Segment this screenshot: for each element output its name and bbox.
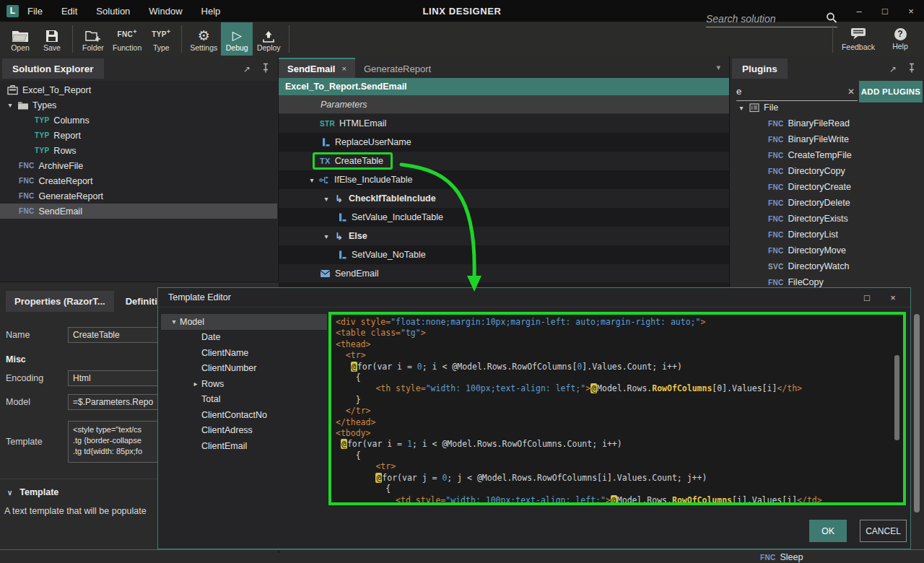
solution-item[interactable]: TYPReport <box>0 128 277 143</box>
expander-right-icon[interactable]: ▸ <box>190 380 201 388</box>
plugin-item[interactable]: SVCDirectoryWatch <box>730 258 923 274</box>
function-node[interactable]: ▾IfElse_IncludeTable <box>279 170 729 189</box>
expander-down-icon[interactable]: ▾ <box>168 318 180 326</box>
tab-properties[interactable]: Properties (RazorT... <box>6 291 114 312</box>
function-button[interactable]: FNC+Function <box>109 22 145 56</box>
pin-panel-icon[interactable] <box>262 63 269 75</box>
help-icon: ? <box>894 28 907 40</box>
item-label: Excel_To_Report <box>22 85 91 95</box>
menu-window[interactable]: Window <box>149 6 182 17</box>
type-button[interactable]: TYP+Type <box>145 22 177 56</box>
model-tree-item[interactable]: ▾Model <box>161 314 327 330</box>
plugin-item[interactable]: FNCCreateTempFile <box>730 147 923 163</box>
function-node[interactable]: SetValue_NoTable <box>279 245 729 264</box>
code-line: <tr> <box>336 350 903 361</box>
tab-sendemail[interactable]: SendEmail× <box>279 58 355 78</box>
model-tree-item[interactable]: ClientAdress <box>161 423 327 439</box>
function-node[interactable]: ▾↳CheckIfTableInclude <box>279 189 729 208</box>
model-tree-item[interactable]: Total <box>161 392 327 408</box>
menu-edit[interactable]: Edit <box>61 6 77 17</box>
plugin-item[interactable]: ▾File <box>730 100 923 115</box>
plugin-item[interactable]: FNCBinaryFileRead <box>730 115 923 131</box>
menu-file[interactable]: File <box>27 6 43 17</box>
solution-item[interactable]: FNCCreateReport <box>0 173 277 188</box>
deploy-button[interactable]: Deploy <box>253 22 284 56</box>
elbow-icon: ↳ <box>332 231 346 242</box>
plugin-item[interactable]: FNCDirectoryExists <box>730 211 923 227</box>
plugins-search-input[interactable]: e ✕ <box>736 82 858 101</box>
ok-button[interactable]: OK <box>809 520 847 542</box>
plugins-title[interactable]: Plugins <box>732 58 788 79</box>
model-tree-item[interactable]: ClientName <box>161 345 327 361</box>
cancel-button[interactable]: CANCEL <box>860 520 907 542</box>
menu-solution[interactable]: Solution <box>96 6 130 17</box>
debug-button[interactable]: ▷Debug <box>221 22 253 56</box>
settings-button[interactable]: ⚙Settings <box>186 22 221 56</box>
toolbar-button-label: Save <box>43 43 61 52</box>
expander-down-icon[interactable]: ▾ <box>306 176 318 184</box>
parameters-header[interactable]: Parameters <box>279 95 729 114</box>
tab-generatereport[interactable]: GenerateReport <box>355 58 440 78</box>
clear-search-icon[interactable]: ✕ <box>847 87 858 97</box>
plugin-item-sleep[interactable]: FNC Sleep <box>760 551 803 563</box>
save-icon <box>45 27 58 43</box>
model-tree-item[interactable]: ClientEmail <box>161 438 327 454</box>
code-line: <div style="float:none;margin:10px;margi… <box>336 317 903 328</box>
expander-down-icon[interactable]: ▾ <box>736 104 747 112</box>
function-node[interactable]: ▾↳Else <box>279 227 729 245</box>
function-node[interactable]: ReplaceUserName <box>279 133 729 152</box>
solution-item[interactable]: TYPRows <box>0 143 277 158</box>
item-label: Report <box>53 131 81 141</box>
function-node[interactable]: TXCreateTable <box>279 152 729 170</box>
plugins-scrollbar[interactable] <box>914 314 920 512</box>
model-tree-item[interactable]: ▸Rows <box>161 376 327 392</box>
setvalue-icon <box>335 213 349 222</box>
solution-item[interactable]: TYPColumns <box>0 113 277 128</box>
toolbar-button-label: Folder <box>82 43 104 52</box>
item-label: File <box>764 102 778 113</box>
expander-down-icon[interactable]: ▾ <box>321 195 332 203</box>
solution-item[interactable]: FNCSendEmail <box>0 204 277 219</box>
solution-item[interactable]: ▾Types <box>0 97 277 113</box>
function-node[interactable]: SendEmail <box>279 264 729 283</box>
editor-tabbar: SendEmail×GenerateReport▾ <box>279 56 729 78</box>
template-expander[interactable]: ∨ Template <box>7 487 58 497</box>
menu-help[interactable]: Help <box>201 6 221 17</box>
solution-item[interactable]: FNCArchiveFile <box>0 158 277 173</box>
plugin-item[interactable]: FNCDirectoryList <box>730 227 923 243</box>
search-solution-input[interactable]: Search solution <box>706 10 837 27</box>
plugin-item[interactable]: FNCBinaryFileWrite <box>730 131 923 147</box>
tab-list-chevron-icon[interactable]: ▾ <box>716 63 720 72</box>
model-tree-item[interactable]: ClientNumber <box>161 361 327 377</box>
save-button[interactable]: Save <box>36 22 68 56</box>
plugin-item[interactable]: FNCDirectoryCreate <box>730 179 923 195</box>
function-node[interactable]: STRHTMLEmail <box>279 114 729 133</box>
close-window-icon[interactable]: × <box>898 0 924 22</box>
close-tab-icon[interactable]: × <box>341 64 346 73</box>
plugin-item[interactable]: FNCDirectoryMove <box>730 243 923 258</box>
maximize-dialog-icon[interactable]: □ <box>857 292 877 303</box>
expander-down-icon[interactable]: ▾ <box>321 232 332 240</box>
minimize-window-icon[interactable]: – <box>846 0 872 22</box>
folder-button[interactable]: Folder <box>77 22 109 56</box>
template-code-editor[interactable]: <div style="float:none;margin:10px;margi… <box>328 312 906 505</box>
function-node[interactable]: SetValue_IncludeTable <box>279 208 729 227</box>
help-button[interactable]: ? Help <box>879 22 921 56</box>
pin-panel-icon[interactable] <box>908 63 915 75</box>
plugin-item[interactable]: FNCDirectoryCopy <box>730 163 923 179</box>
plugin-item[interactable]: FNCDirectoryDelete <box>730 195 923 211</box>
feedback-button[interactable]: Feedback <box>837 22 879 56</box>
solution-item[interactable]: Excel_To_Report <box>0 82 277 97</box>
solution-explorer-title[interactable]: Solution Explorer <box>2 58 104 79</box>
open-button[interactable]: Open <box>4 22 36 56</box>
float-panel-icon[interactable]: ↗ <box>243 64 250 74</box>
maximize-window-icon[interactable]: □ <box>872 0 898 22</box>
model-tree-item[interactable]: ClientContactNo <box>161 407 327 423</box>
item-label: ClientContactNo <box>201 410 267 420</box>
model-tree-item[interactable]: Date <box>161 330 327 346</box>
solution-item[interactable]: FNCGenerateReport <box>0 188 277 204</box>
float-panel-icon[interactable]: ↗ <box>889 64 897 74</box>
close-dialog-icon[interactable]: × <box>883 292 903 303</box>
expander-down-icon[interactable]: ▾ <box>4 101 16 109</box>
code-scrollbar[interactable] <box>894 355 899 440</box>
